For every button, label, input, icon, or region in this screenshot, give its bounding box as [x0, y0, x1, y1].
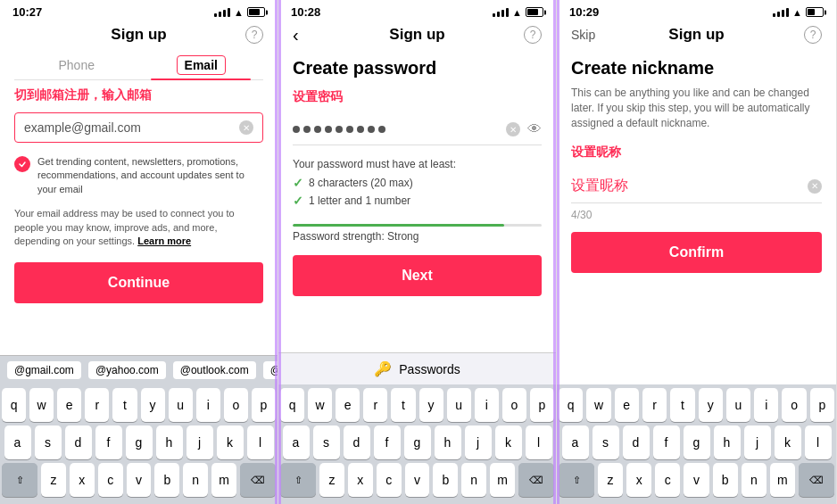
key2-delete[interactable]: ⌫ [518, 463, 554, 497]
key3-b[interactable]: b [713, 463, 738, 497]
next-button[interactable]: Next [293, 255, 542, 296]
key3-h[interactable]: h [714, 426, 741, 459]
key-u[interactable]: u [169, 388, 193, 422]
key2-m[interactable]: m [490, 463, 515, 497]
checkbox-icon[interactable] [14, 156, 30, 172]
key-y[interactable]: y [141, 388, 165, 422]
key-r[interactable]: r [85, 388, 109, 422]
clear-email-button[interactable]: ✕ [239, 120, 253, 135]
key-c[interactable]: c [98, 463, 123, 497]
key-k[interactable]: k [217, 426, 244, 459]
key2-s[interactable]: s [313, 426, 340, 459]
key3-y[interactable]: y [699, 388, 723, 422]
key2-y[interactable]: y [419, 388, 443, 422]
help-button-1[interactable]: ? [245, 26, 263, 44]
learn-more-link[interactable]: Learn more [137, 235, 191, 246]
key2-o[interactable]: o [502, 388, 526, 422]
confirm-button[interactable]: Confirm [571, 232, 822, 273]
key2-shift[interactable]: ⇧ [280, 463, 316, 497]
back-button-2[interactable]: ‹ [293, 25, 299, 45]
key3-w[interactable]: w [586, 388, 610, 422]
key-shift[interactable]: ⇧ [2, 463, 37, 497]
key-d[interactable]: d [65, 426, 92, 459]
key3-c[interactable]: c [655, 463, 680, 497]
password-visibility-toggle[interactable]: 👁 [527, 121, 542, 137]
key2-i[interactable]: i [475, 388, 499, 422]
key-t[interactable]: t [112, 388, 137, 422]
password-input-row[interactable]: ✕ 👁 [293, 114, 542, 145]
key3-t[interactable]: t [670, 388, 694, 422]
key2-n[interactable]: n [461, 463, 486, 497]
key3-l[interactable]: l [805, 426, 832, 459]
key-e[interactable]: e [57, 388, 81, 422]
key-z[interactable]: z [41, 463, 66, 497]
key2-u[interactable]: u [447, 388, 471, 422]
key2-v[interactable]: v [405, 463, 430, 497]
key-v[interactable]: v [127, 463, 152, 497]
key3-v[interactable]: v [684, 463, 709, 497]
key-q[interactable]: q [2, 388, 26, 422]
suggestion-outlook[interactable]: @outlook.com [173, 361, 256, 379]
key2-g[interactable]: g [404, 426, 431, 459]
key-s[interactable]: s [35, 426, 62, 459]
key2-x[interactable]: x [348, 463, 373, 497]
key-w[interactable]: w [29, 388, 54, 422]
key-x[interactable]: x [70, 463, 95, 497]
key-h[interactable]: h [156, 426, 183, 459]
key-m[interactable]: m [211, 463, 236, 497]
key2-t[interactable]: t [391, 388, 415, 422]
key2-c[interactable]: c [377, 463, 402, 497]
key2-k[interactable]: k [495, 426, 522, 459]
key-i[interactable]: i [196, 388, 220, 422]
key-p[interactable]: p [252, 388, 276, 422]
key-l[interactable]: l [247, 426, 274, 459]
key2-r[interactable]: r [363, 388, 387, 422]
key-o[interactable]: o [224, 388, 248, 422]
key2-h[interactable]: h [435, 426, 461, 459]
key2-j[interactable]: j [465, 426, 492, 459]
suggestion-gmail[interactable]: @gmail.com [7, 361, 81, 379]
help-button-2[interactable]: ? [524, 26, 542, 44]
key-delete[interactable]: ⌫ [240, 463, 276, 497]
key-j[interactable]: j [186, 426, 213, 459]
key3-e[interactable]: e [615, 388, 639, 422]
key2-z[interactable]: z [319, 463, 344, 497]
key3-delete[interactable]: ⌫ [799, 463, 834, 497]
key3-x[interactable]: x [626, 463, 651, 497]
clear-password-button[interactable]: ✕ [506, 122, 520, 136]
key3-u[interactable]: u [726, 388, 750, 422]
key2-p[interactable]: p [530, 388, 554, 422]
key3-z[interactable]: z [598, 463, 623, 497]
key2-a[interactable]: a [283, 426, 310, 459]
clear-nickname-button[interactable]: ✕ [808, 179, 822, 194]
skip-button[interactable]: Skip [571, 28, 595, 42]
key-a[interactable]: a [4, 426, 31, 459]
key3-d[interactable]: d [623, 426, 650, 459]
key3-g[interactable]: g [684, 426, 710, 459]
key-b[interactable]: b [154, 463, 179, 497]
email-input-row[interactable]: example@gmail.com ✕ [14, 112, 263, 143]
key2-l[interactable]: l [526, 426, 552, 459]
key2-e[interactable]: e [336, 388, 360, 422]
key-f[interactable]: f [95, 426, 122, 459]
passwords-bar[interactable]: 🔑 Passwords [278, 352, 556, 384]
key3-o[interactable]: o [782, 388, 806, 422]
key-n[interactable]: n [183, 463, 208, 497]
key3-n[interactable]: n [742, 463, 767, 497]
key2-q[interactable]: q [280, 388, 304, 422]
key3-i[interactable]: i [754, 388, 778, 422]
key3-r[interactable]: r [642, 388, 667, 422]
nickname-input-row[interactable]: 设置昵称 ✕ [571, 169, 822, 203]
key2-b[interactable]: b [433, 463, 458, 497]
key3-j[interactable]: j [744, 426, 771, 459]
suggestion-yahoo[interactable]: @yahoo.com [88, 361, 166, 379]
key2-f[interactable]: f [374, 426, 401, 459]
continue-button[interactable]: Continue [14, 262, 263, 303]
key2-w[interactable]: w [308, 388, 332, 422]
key3-s[interactable]: s [593, 426, 619, 459]
help-button-3[interactable]: ? [804, 26, 822, 44]
key3-shift[interactable]: ⇧ [559, 463, 594, 497]
key3-k[interactable]: k [775, 426, 801, 459]
key3-p[interactable]: p [810, 388, 834, 422]
key3-q[interactable]: q [559, 388, 583, 422]
